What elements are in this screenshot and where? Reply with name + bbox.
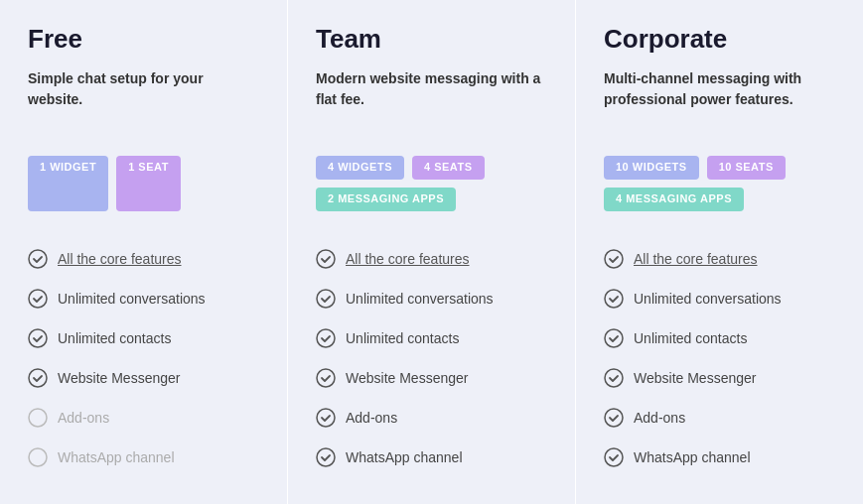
feature-label-corporate-2: Unlimited contacts: [634, 330, 747, 346]
svg-point-5: [29, 448, 47, 466]
svg-point-13: [605, 290, 623, 308]
badge-corporate-1: 10 SEATS: [707, 156, 786, 180]
features-list-corporate: All the core features Unlimited conversa…: [604, 239, 835, 477]
svg-point-14: [605, 329, 623, 347]
svg-point-11: [317, 448, 335, 466]
svg-point-8: [317, 329, 335, 347]
plans-container: FreeSimple chat setup for your website.1…: [0, 0, 863, 504]
feature-label-corporate-5: WhatsApp channel: [634, 449, 751, 465]
feature-item-team-0: All the core features: [316, 239, 547, 279]
check-circle-icon: [604, 328, 624, 348]
check-circle-icon: [316, 408, 336, 428]
feature-label-free-5: WhatsApp channel: [58, 449, 175, 465]
feature-item-free-2: Unlimited contacts: [28, 318, 259, 358]
feature-label-corporate-0[interactable]: All the core features: [634, 251, 758, 267]
feature-item-free-3: Website Messenger: [28, 358, 259, 398]
svg-point-6: [317, 250, 335, 268]
feature-item-corporate-3: Website Messenger: [604, 358, 835, 398]
badge-free-1: 1 SEAT: [116, 156, 181, 211]
feature-label-corporate-1: Unlimited conversations: [634, 291, 782, 307]
plan-column-corporate: CorporateMulti-channel messaging with pr…: [576, 0, 863, 504]
svg-point-15: [605, 369, 623, 387]
check-circle-icon: [316, 289, 336, 309]
feature-item-team-4: Add-ons: [316, 398, 547, 438]
check-circle-icon: [604, 249, 624, 269]
features-list-team: All the core features Unlimited conversa…: [316, 239, 547, 477]
svg-point-0: [29, 250, 47, 268]
check-circle-icon: [316, 447, 336, 467]
badge-team-1: 4 SEATS: [412, 156, 485, 180]
check-circle-icon: [316, 328, 336, 348]
check-circle-icon: [28, 249, 48, 269]
plan-badges-corporate: 10 WIDGETS10 SEATS4 MESSAGING APPS: [604, 156, 835, 211]
check-circle-icon: [604, 368, 624, 388]
svg-point-1: [29, 290, 47, 308]
feature-label-team-3: Website Messenger: [346, 370, 468, 386]
check-circle-icon: [316, 249, 336, 269]
empty-circle-icon: [28, 408, 48, 428]
badge-corporate-0: 10 WIDGETS: [604, 156, 699, 180]
feature-item-team-3: Website Messenger: [316, 358, 547, 398]
check-circle-icon: [316, 368, 336, 388]
feature-label-free-2: Unlimited contacts: [58, 330, 171, 346]
svg-point-4: [29, 409, 47, 427]
feature-label-team-0[interactable]: All the core features: [346, 251, 470, 267]
badge-free-0: 1 WIDGET: [28, 156, 108, 211]
svg-point-10: [317, 409, 335, 427]
plan-title-corporate: Corporate: [604, 24, 835, 55]
feature-label-team-1: Unlimited conversations: [346, 291, 494, 307]
check-circle-icon: [604, 447, 624, 467]
feature-label-team-4: Add-ons: [346, 410, 397, 426]
svg-point-17: [605, 448, 623, 466]
svg-point-9: [317, 369, 335, 387]
plan-description-free: Simple chat setup for your website.: [28, 68, 259, 128]
plan-badges-free: 1 WIDGET1 SEAT: [28, 156, 259, 211]
plan-title-team: Team: [316, 24, 547, 55]
plan-description-team: Modern website messaging with a flat fee…: [316, 68, 547, 128]
badge-team-2: 2 MESSAGING APPS: [316, 188, 456, 211]
feature-label-free-4: Add-ons: [58, 410, 109, 426]
feature-item-corporate-4: Add-ons: [604, 398, 835, 438]
check-circle-icon: [604, 289, 624, 309]
feature-label-corporate-3: Website Messenger: [634, 370, 756, 386]
feature-label-corporate-4: Add-ons: [634, 410, 685, 426]
check-circle-icon: [28, 328, 48, 348]
features-list-free: All the core features Unlimited conversa…: [28, 239, 259, 477]
svg-point-3: [29, 369, 47, 387]
feature-item-free-1: Unlimited conversations: [28, 279, 259, 318]
plan-badges-team: 4 WIDGETS4 SEATS2 MESSAGING APPS: [316, 156, 547, 211]
badge-team-0: 4 WIDGETS: [316, 156, 404, 180]
svg-point-16: [605, 409, 623, 427]
feature-label-team-5: WhatsApp channel: [346, 449, 463, 465]
feature-item-corporate-0: All the core features: [604, 239, 835, 279]
feature-item-team-1: Unlimited conversations: [316, 279, 547, 318]
feature-item-team-2: Unlimited contacts: [316, 318, 547, 358]
feature-label-free-0[interactable]: All the core features: [58, 251, 182, 267]
plan-column-team: TeamModern website messaging with a flat…: [288, 0, 576, 504]
plan-column-free: FreeSimple chat setup for your website.1…: [0, 0, 288, 504]
svg-point-2: [29, 329, 47, 347]
feature-item-free-0: All the core features: [28, 239, 259, 279]
badge-corporate-2: 4 MESSAGING APPS: [604, 188, 744, 211]
check-circle-icon: [604, 408, 624, 428]
feature-item-free-4: Add-ons: [28, 398, 259, 438]
feature-item-corporate-2: Unlimited contacts: [604, 318, 835, 358]
feature-label-team-2: Unlimited contacts: [346, 330, 459, 346]
check-circle-icon: [28, 289, 48, 309]
plan-title-free: Free: [28, 24, 259, 55]
feature-item-corporate-5: WhatsApp channel: [604, 438, 835, 477]
plan-description-corporate: Multi-channel messaging with professiona…: [604, 68, 835, 128]
check-circle-icon: [28, 368, 48, 388]
empty-circle-icon: [28, 447, 48, 467]
feature-label-free-1: Unlimited conversations: [58, 291, 206, 307]
feature-label-free-3: Website Messenger: [58, 370, 180, 386]
svg-point-12: [605, 250, 623, 268]
svg-point-7: [317, 290, 335, 308]
feature-item-free-5: WhatsApp channel: [28, 438, 259, 477]
feature-item-team-5: WhatsApp channel: [316, 438, 547, 477]
feature-item-corporate-1: Unlimited conversations: [604, 279, 835, 318]
